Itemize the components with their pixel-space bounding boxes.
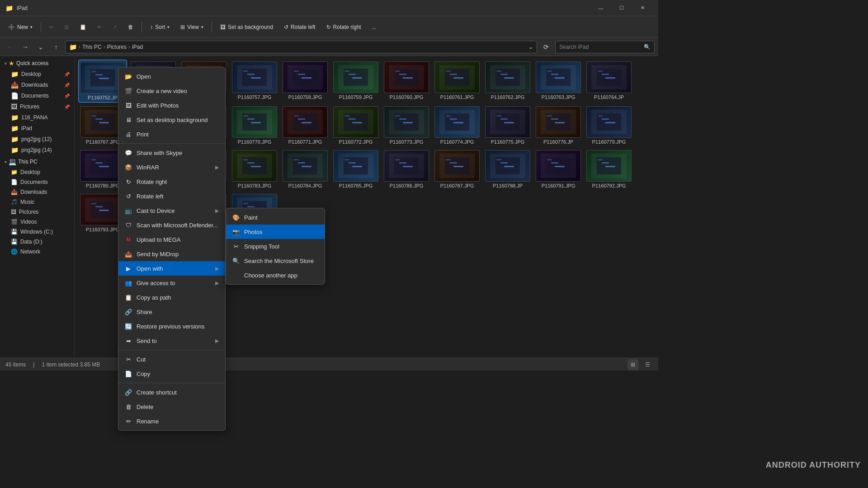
copy-button[interactable]: ⧉ [60, 22, 73, 33]
file-item-32[interactable]: P1160792.JPG [585, 148, 633, 190]
path-pictures[interactable]: Pictures [107, 44, 127, 50]
sidebar-item-116pana[interactable]: 📁 116_PANA [1, 112, 73, 123]
close-button[interactable]: ✕ [632, 0, 653, 16]
recent-button[interactable]: ⌄ [34, 41, 47, 53]
openwith-paint[interactable]: 🎨 Paint [226, 210, 325, 225]
sidebar-item-downloads-qa[interactable]: 📥 Downloads 📌 [1, 80, 73, 90]
ctx-print[interactable]: 🖨 Print [118, 127, 225, 141]
ctx-create-video[interactable]: 🎬 Create a new video [118, 84, 225, 98]
ctx-share[interactable]: 🔗 Share [118, 305, 225, 319]
openwith-snipping[interactable]: ✂ Snipping Tool [226, 239, 325, 253]
ctx-edit-photos[interactable]: 🖼 Edit with Photos [118, 98, 225, 113]
file-item-5[interactable]: P1160759.JPG [331, 60, 380, 103]
rotate-right-button[interactable]: ↻ Rotate right [322, 22, 366, 33]
sidebar-item-png2jpg14[interactable]: 📁 png2jpg (14) [1, 145, 73, 155]
new-button[interactable]: ➕ New ▾ [4, 22, 37, 33]
ctx-share-skype[interactable]: 💬 Share with Skype [118, 145, 225, 160]
view-button[interactable]: ⊞ View ▾ [176, 22, 208, 33]
file-item-25[interactable]: P1160783.JPG [230, 148, 279, 190]
ctx-send-to[interactable]: ➡ Send to ▶ [118, 333, 225, 348]
file-item-14[interactable]: P1160770.JPG [230, 104, 279, 146]
more-button[interactable]: ... [368, 22, 381, 33]
ctx-cut[interactable]: ✂ Cut [118, 352, 225, 366]
ctx-copy-path[interactable]: 📋 Copy as path [118, 290, 225, 305]
openwith-store[interactable]: 🔍 Search the Microsoft Store [226, 253, 325, 268]
cut-button[interactable]: ✂ [45, 22, 58, 33]
file-item-27[interactable]: P1160785.JPG [331, 148, 380, 190]
openwith-choose[interactable]: Choose another app [226, 268, 325, 282]
sort-button[interactable]: ↕ Sort ▾ [146, 22, 174, 33]
item-count: 45 items [5, 361, 26, 368]
sidebar-item-documents-qa[interactable]: 📄 Documents 📌 [1, 90, 73, 101]
path-dropdown-icon[interactable]: ⌄ [528, 44, 533, 50]
grid-view-button[interactable]: ⊞ [627, 359, 638, 370]
minimize-button[interactable]: — [590, 0, 611, 16]
sidebar-item-pictures-pc[interactable]: 🖼 Pictures [1, 207, 73, 217]
ctx-open[interactable]: 📂 Open [118, 69, 225, 84]
file-item-28[interactable]: P1160786.JPG [382, 148, 431, 190]
refresh-button[interactable]: ⟳ [540, 41, 552, 53]
openwith-photos[interactable]: 📷 Photos [226, 225, 325, 239]
sidebar-item-videos[interactable]: 🎬 Videos [1, 217, 73, 227]
sidebar-item-ipad[interactable]: 📁 iPad [1, 123, 73, 134]
sidebar-item-downloads-pc[interactable]: 📥 Downloads [1, 187, 73, 197]
forward-button[interactable]: → [19, 41, 32, 53]
file-item-16[interactable]: P1160772.JPG [331, 104, 380, 146]
sidebar-header-thispc[interactable]: ▾ 💻 This PC [1, 156, 73, 167]
file-item-6[interactable]: P1160760.JPG [382, 60, 431, 103]
search-box[interactable]: Search iPad 🔍 [555, 41, 655, 53]
ctx-upload-mega[interactable]: M Upload to MEGA [118, 232, 225, 247]
set-background-button[interactable]: 🖼 Set as background [216, 22, 278, 33]
ctx-rotate-left[interactable]: ↺ Rotate left [118, 189, 225, 203]
rotate-left-button[interactable]: ↺ Rotate left [279, 22, 320, 33]
file-item-26[interactable]: P1160784.JPG [281, 148, 330, 190]
bg-icon: 🖼 [220, 24, 226, 30]
path-thispc[interactable]: This PC [82, 44, 102, 50]
file-item-31[interactable]: P1160791.JPG [534, 148, 583, 190]
ctx-scan-defender[interactable]: 🛡 Scan with Microsoft Defender... [118, 218, 225, 232]
sidebar-item-pictures-qa[interactable]: 🖼 Pictures 📌 [1, 101, 73, 112]
sidebar-item-data-d[interactable]: 💾 Data (D:) [1, 237, 73, 247]
file-item-18[interactable]: P1160774.JPG [433, 104, 481, 146]
ctx-cast[interactable]: 📺 Cast to Device ▶ [118, 203, 225, 218]
sidebar-item-windows-c[interactable]: 💾 Windows (C:) [1, 227, 73, 237]
move-button[interactable]: ↗ [108, 22, 122, 33]
file-item-20[interactable]: P1160776.JP [534, 104, 583, 146]
ctx-set-desktop[interactable]: 🖥 Set as desktop background [118, 113, 225, 127]
sidebar-item-network[interactable]: 🌐 Network [1, 247, 73, 257]
file-item-17[interactable]: P1160773.JPG [382, 104, 431, 146]
delete-button[interactable]: 🗑 [123, 22, 138, 33]
paste-button[interactable]: 📋 [75, 22, 91, 33]
file-item-15[interactable]: P1160771.JPG [281, 104, 330, 146]
file-item-8[interactable]: P1160762.JPG [483, 60, 532, 103]
sidebar-header-quickaccess[interactable]: ▾ ★ Quick access [1, 58, 73, 69]
ctx-open-with[interactable]: ▶ Open with ▶ [118, 261, 225, 276]
file-item-10[interactable]: P1160764.JP [585, 60, 633, 103]
sidebar-item-desktop-pc[interactable]: 📁 Desktop [1, 167, 73, 177]
file-item-7[interactable]: P1160761.JPG [433, 60, 481, 103]
rename-button[interactable]: ✏ [93, 22, 106, 33]
ctx-give-access[interactable]: 👥 Give access to ▶ [118, 276, 225, 290]
ctx-rotate-right[interactable]: ↻ Rotate right [118, 174, 225, 189]
up-button[interactable]: ↑ [50, 41, 62, 53]
list-view-button[interactable]: ☰ [642, 359, 653, 370]
file-item-21[interactable]: P1160779.JPG [585, 104, 633, 146]
sidebar-item-documents-pc[interactable]: 📄 Documents [1, 177, 73, 187]
file-item-19[interactable]: P1160775.JPG [483, 104, 532, 146]
sidebar-item-png2jpg12[interactable]: 📁 png2jpg (12) [1, 134, 73, 145]
back-button[interactable]: ← [4, 41, 16, 53]
sidebar-item-desktop[interactable]: 📁 Desktop 📌 [1, 69, 73, 80]
file-item-3[interactable]: P1160757.JPG [230, 60, 279, 103]
address-path[interactable]: 📁 › This PC › Pictures › iPad ⌄ [65, 41, 537, 53]
ctx-send-midrop[interactable]: 📤 Send by MiDrop [118, 247, 225, 261]
file-item-29[interactable]: P1160787.JPG [433, 148, 481, 190]
file-item-9[interactable]: P1160763.JPG [534, 60, 583, 103]
maximize-button[interactable]: ☐ [611, 0, 632, 16]
file-item-30[interactable]: P1160788.JP [483, 148, 532, 190]
ctx-restore[interactable]: 🔄 Restore previous versions [118, 319, 225, 333]
path-ipad[interactable]: iPad [132, 44, 143, 50]
ctx-winrar[interactable]: 📦 WinRAR ▶ [118, 160, 225, 174]
sidebar-item-music[interactable]: 🎵 Music [1, 197, 73, 207]
ctx-copy[interactable]: 📄 Copy [118, 366, 225, 371]
file-item-4[interactable]: P1160758.JPG [281, 60, 330, 103]
